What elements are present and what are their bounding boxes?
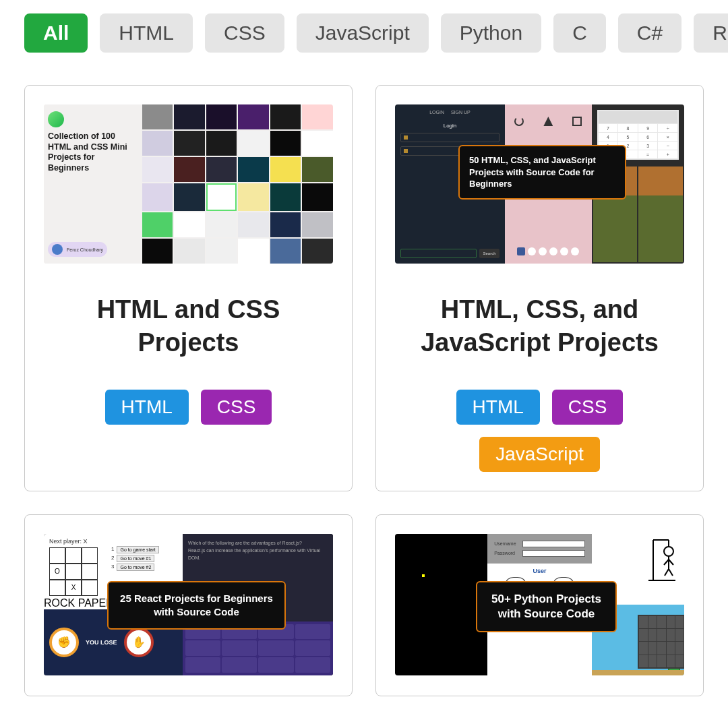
username-label: Username	[494, 541, 520, 546]
thumb-caption: Collection of 100 HTML and CSS Mini Proj…	[48, 131, 138, 174]
avatar-icon	[52, 244, 63, 255]
card-thumbnail: Username Password User You Win This Game…	[395, 534, 684, 675]
social-icon	[517, 247, 525, 255]
project-card[interactable]: Username Password User You Win This Game…	[375, 514, 704, 696]
author-name: Feroz Choudhary	[67, 247, 103, 252]
card-thumbnail: Collection of 100 HTML and CSS Mini Proj…	[44, 104, 333, 264]
filter-csharp[interactable]: C#	[618, 13, 681, 53]
social-icon	[528, 247, 536, 255]
filter-css[interactable]: CSS	[205, 13, 284, 53]
filter-html[interactable]: HTML	[100, 13, 193, 53]
thumb-overlay-text: 50 HTML, CSS, and JavaScript Projects wi…	[458, 145, 626, 200]
svg-line-8	[665, 569, 669, 576]
thumb-search-label: Search	[479, 249, 499, 258]
collage-grid	[142, 104, 333, 264]
tag-html[interactable]: HTML	[456, 390, 540, 425]
move-list: 1Go to game start 2Go to move #1 3Go to …	[111, 546, 159, 572]
project-card[interactable]: LOGINSIGN UP Login Search 78	[375, 85, 704, 491]
lose-text: YOU LOSE	[86, 639, 117, 646]
card-thumbnail: LOGINSIGN UP Login Search 78	[395, 104, 684, 264]
tag-html[interactable]: HTML	[105, 390, 189, 425]
tag-list: HTML CSS	[44, 390, 333, 425]
move-button: Go to game start	[117, 546, 158, 553]
card-title: HTML and CSS Projects	[44, 293, 333, 360]
thumb-login-label: Login	[400, 123, 499, 129]
card-thumbnail: Next player: X O X 1Go to game start 2Go…	[44, 534, 333, 675]
svg-line-6	[664, 559, 669, 565]
logo-icon	[48, 111, 64, 127]
thumb-overlay-text: 25 React Projects for Beginners with Sou…	[107, 581, 286, 630]
move-button: Go to move #1	[117, 555, 154, 562]
login-form-icon: Username Password	[487, 534, 591, 564]
square-icon	[572, 117, 582, 126]
move-button: Go to move #2	[117, 564, 154, 571]
rock-icon: ✊	[49, 628, 79, 657]
calculator-icon	[638, 615, 684, 669]
tag-list: HTML CSS JavaScript	[395, 390, 684, 472]
triangle-icon	[543, 117, 553, 126]
filter-python[interactable]: Python	[441, 13, 541, 53]
circle-icon	[514, 117, 524, 126]
svg-point-4	[664, 547, 673, 556]
tag-javascript[interactable]: JavaScript	[479, 437, 600, 472]
filter-c[interactable]: C	[553, 13, 606, 53]
filter-react[interactable]: React	[694, 13, 728, 53]
user-label: User	[491, 568, 587, 574]
filter-javascript[interactable]: JavaScript	[297, 13, 429, 53]
filter-bar: All HTML CSS JavaScript Python C C# Reac…	[24, 13, 704, 53]
author-badge: Feroz Choudhary	[48, 242, 107, 257]
paper-icon: ✋	[124, 628, 154, 657]
social-icon	[539, 247, 547, 255]
social-icon	[571, 247, 579, 255]
social-icon	[549, 247, 557, 255]
svg-line-7	[669, 559, 673, 565]
next-player-label: Next player: X	[44, 534, 183, 546]
filter-all[interactable]: All	[24, 13, 88, 53]
password-label: Password	[494, 551, 520, 555]
tag-css[interactable]: CSS	[552, 390, 624, 425]
project-card[interactable]: Collection of 100 HTML and CSS Mini Proj…	[24, 85, 353, 491]
tag-css[interactable]: CSS	[201, 390, 272, 425]
svg-line-9	[669, 569, 673, 576]
snake-game-icon	[395, 534, 487, 675]
tictactoe-icon: O X	[49, 547, 98, 596]
project-card[interactable]: Next player: X O X 1Go to game start 2Go…	[24, 514, 353, 696]
project-grid: Collection of 100 HTML and CSS Mini Proj…	[24, 85, 704, 696]
social-icon	[560, 247, 568, 255]
card-title: HTML, CSS, and JavaScript Projects	[395, 293, 684, 360]
thumb-overlay-text: 50+ Python Projects with Source Code	[476, 581, 617, 632]
